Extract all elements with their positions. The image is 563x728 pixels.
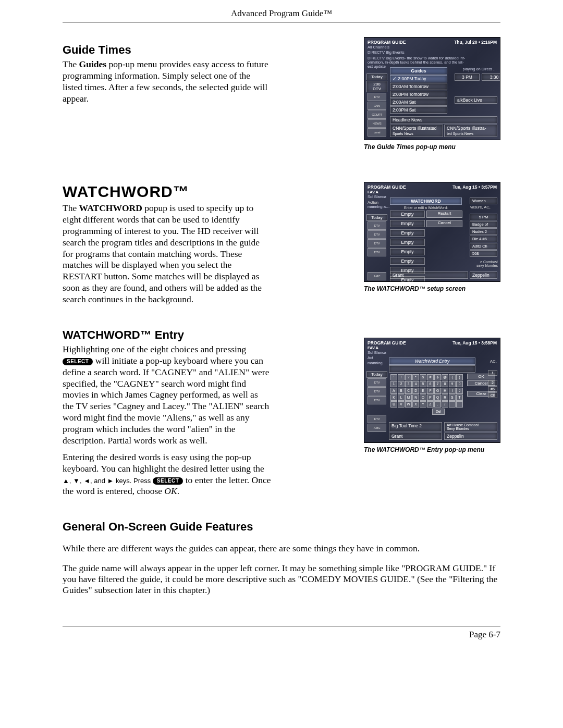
select-key-icon: SELECT xyxy=(153,477,183,485)
watchword-slot[interactable]: Empty xyxy=(390,211,425,218)
keyboard-key[interactable]: 2 xyxy=(398,381,405,387)
cancel-button[interactable]: Cancel xyxy=(426,220,462,227)
figure-guide-times: PROGRAM GUIDE Thu, Jul 20 • 2:16PM All C… xyxy=(364,37,500,151)
keyboard-key[interactable]: X xyxy=(412,401,419,408)
keyboard-key[interactable]: . xyxy=(434,401,441,408)
channel-logo: DTV xyxy=(368,239,386,248)
keyboard-key[interactable]: V xyxy=(398,401,405,408)
manual-page: Advanced Program Guide™ PROGRAM GUIDE Th… xyxy=(0,0,563,661)
keyboard-key[interactable]: ? xyxy=(405,374,412,380)
channel-logo: DTV xyxy=(368,230,386,239)
keyboard-key[interactable]: 9 xyxy=(449,381,456,387)
onscreen-keyboard[interactable]: '!?*&#$@()1234567890ABCDEFGHIJKLMNOPQRST… xyxy=(390,374,463,408)
keyboard-key[interactable]: T xyxy=(456,394,463,401)
keyboard-key[interactable]: I xyxy=(449,388,456,394)
keyboard-key[interactable] xyxy=(456,401,463,408)
keyboard-key[interactable]: * xyxy=(412,374,419,380)
grid-cell: Big Tool Time 2 xyxy=(389,422,442,431)
keyboard-key[interactable]: 4 xyxy=(412,381,419,387)
channel-logo: AMC xyxy=(368,424,386,432)
left-cell: 200 DTV xyxy=(366,81,387,92)
grid-cell: 568 xyxy=(470,250,497,257)
figure-watchword-entry: PROGRAM GUIDE FAV.A Tue, Aug 15 • 3:58PM… xyxy=(364,338,500,453)
keyboard-key[interactable]: D xyxy=(412,388,419,394)
guide-option[interactable]: 2:00PM Tomorrow xyxy=(390,91,447,98)
keyboard-key[interactable]: 0 xyxy=(456,381,463,387)
body-entry-p2: Entering the desired words is easy using… xyxy=(63,452,271,498)
guide-option[interactable]: 2:00AM Tomorrow xyxy=(390,83,447,90)
keyboard-key[interactable]: U xyxy=(390,401,397,408)
keyboard-key[interactable]: Y xyxy=(420,401,426,408)
footer-rule xyxy=(63,626,500,626)
keyboard-key[interactable]: P xyxy=(427,394,434,401)
figure-watchword: PROGRAM GUIDE FAV.A Tue, Aug 15 • 3:57PM… xyxy=(364,182,500,292)
keyboard-key[interactable]: & xyxy=(420,374,426,380)
section-guide-times: PROGRAM GUIDE Thu, Jul 20 • 2:16PM All C… xyxy=(63,37,500,151)
restart-button[interactable]: Restart xyxy=(426,211,462,218)
keyboard-key[interactable]: # xyxy=(427,374,434,380)
keyboard-key[interactable]: 6 xyxy=(427,381,434,387)
text-input[interactable] xyxy=(389,365,475,373)
watchword-slot[interactable]: Empty xyxy=(390,239,425,246)
keyboard-key[interactable]: ' xyxy=(390,374,397,380)
keyboard-key[interactable]: B xyxy=(398,388,405,394)
popup-title: WATCHWORD xyxy=(390,198,462,205)
keyboard-key[interactable]: R xyxy=(442,394,448,401)
keyboard-key[interactable]: 7 xyxy=(434,381,441,387)
channel-logo: AMC xyxy=(368,272,386,280)
keyboard-key[interactable]: 8 xyxy=(442,381,448,387)
keyboard-key[interactable]: C xyxy=(405,388,412,394)
shot-title: PROGRAM GUIDE xyxy=(368,340,406,346)
keyboard-key[interactable]: H xyxy=(442,388,448,394)
col-header: 3 PM xyxy=(455,73,480,81)
keyboard-key[interactable]: S xyxy=(449,394,456,401)
body-entry-p1: Highlighting one of the eight choices an… xyxy=(63,344,271,447)
shot-datetime: Thu, Jul 20 • 2:16PM xyxy=(454,40,497,45)
keyboard-key[interactable]: ! xyxy=(398,374,405,380)
guide-option[interactable]: ✓ 2:00PM Today xyxy=(390,75,447,82)
keyboard-key[interactable]: F xyxy=(427,388,434,394)
figure-caption: The WATCHWORD™ Entry pop-up menu xyxy=(364,446,500,453)
keyboard-key[interactable]: W xyxy=(405,401,412,408)
keyboard-key[interactable]: E xyxy=(420,388,426,394)
channel-logo: DTV xyxy=(368,387,386,396)
keyboard-key[interactable]: ( xyxy=(449,374,456,380)
shot-subtitle: FAV.A xyxy=(368,346,406,350)
watchword-slot[interactable]: Empty xyxy=(390,257,425,265)
grid-cell: Adlt2 Ch xyxy=(470,243,497,250)
col-header: 3:30 xyxy=(482,73,500,81)
keyboard-key[interactable]: @ xyxy=(442,374,448,380)
keyboard-key[interactable]: N xyxy=(412,394,419,401)
keyboard-key[interactable] xyxy=(449,401,456,408)
heading-general: General On-Screen Guide Features xyxy=(63,520,500,534)
keyboard-key[interactable]: ) xyxy=(456,374,463,380)
grid-cell: Headline News xyxy=(390,116,497,124)
grid-cell: vasure, AC, xyxy=(469,205,498,209)
keyboard-key[interactable]: / xyxy=(442,401,448,408)
keyboard-key[interactable]: J xyxy=(456,388,463,394)
guide-option[interactable]: 2:00PM Sat xyxy=(390,106,447,114)
keyboard-key[interactable]: M xyxy=(405,394,412,401)
screenshot-guide-times: PROGRAM GUIDE Thu, Jul 20 • 2:16PM All C… xyxy=(364,37,500,140)
watchword-slot[interactable]: Empty xyxy=(390,229,425,237)
keyboard-key[interactable]: Z xyxy=(427,401,434,408)
keyboard-key[interactable]: L xyxy=(398,394,405,401)
keyboard-key[interactable]: O xyxy=(420,394,426,401)
keyboard-key[interactable]: $ xyxy=(434,374,441,380)
col-header: 5 PM xyxy=(470,214,497,220)
keyboard-key[interactable]: A xyxy=(390,388,397,394)
keyboard-key[interactable]: K xyxy=(390,394,397,401)
watchword-slot[interactable]: Empty xyxy=(390,220,425,227)
keyboard-key[interactable]: 1 xyxy=(390,381,397,387)
grid-cell: e Combos! xyxy=(469,260,498,264)
keyboard-key[interactable]: 5 xyxy=(420,381,426,387)
left-cell: Today xyxy=(366,73,387,80)
watchword-slot[interactable]: Empty xyxy=(390,248,425,255)
keyboard-key[interactable]: 3 xyxy=(405,381,412,387)
body-watchword: The WATCHWORD popup is used to specify u… xyxy=(63,203,271,305)
keyboard-key[interactable]: G xyxy=(434,388,441,394)
guide-option[interactable]: 2:00AM Sat xyxy=(390,98,447,106)
keyboard-key[interactable]: Q xyxy=(434,394,441,401)
del-key[interactable]: Del xyxy=(432,409,445,415)
body-general-p1: While there are different ways the guide… xyxy=(63,543,500,554)
